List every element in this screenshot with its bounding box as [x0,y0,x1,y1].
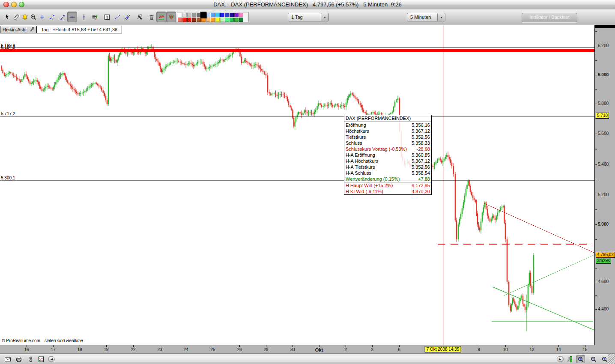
scroll-left-button[interactable]: ◀ [48,356,55,362]
color-swatch[interactable] [187,13,191,17]
color-swatch[interactable] [239,18,243,22]
color-palette [177,12,249,22]
time-axis-label: 3 [371,347,373,352]
price-axis[interactable]: 6.2006.0005.8005.6005.4005.2005.0004.600… [594,25,615,345]
color-swatch[interactable] [201,18,206,22]
tooltip-row: Wertveränderung (0,15%)+7,88 [344,176,431,182]
horizontal-scrollbar[interactable]: ◀ ▶ [48,356,564,362]
tool-line-button[interactable] [57,12,67,22]
color-swatch[interactable] [192,13,196,17]
zoom-out-icon [590,356,597,363]
time-tick [239,345,240,347]
tooltip-row-label: Tiefstkurs [346,134,366,140]
print-button[interactable] [15,355,23,363]
color-swatch[interactable] [215,18,220,22]
color-swatch[interactable] [234,18,239,22]
time-tick [27,345,27,347]
color-swatch[interactable] [211,13,215,17]
time-tick [53,345,54,347]
time-axis-label: 10 [503,347,508,352]
chevron-down-icon[interactable]: ▼ [437,13,445,21]
color-swatch[interactable] [178,18,182,22]
time-tick [505,345,506,347]
tooltip-row-label: H-A Höchstkurs [346,158,378,164]
color-swatch[interactable] [192,18,196,22]
price-tick [595,46,597,46]
price-tick [595,104,597,104]
scroll-right-button[interactable]: ▶ [557,356,563,362]
period-dropdown[interactable]: 1 Tag ▼ [288,13,329,21]
color-swatch[interactable] [197,18,201,22]
indicator-backtest-button[interactable]: Indikator / Backtest [522,13,577,22]
color-swatch[interactable] [206,18,210,22]
tool-pattern-channel-button[interactable] [156,12,166,22]
tooltip-row: H-A Schluss5.358,54 [344,170,431,176]
wrench-icon[interactable] [30,27,36,33]
time-axis-label: 17 [51,347,55,352]
color-swatch[interactable] [211,18,215,22]
color-swatch[interactable] [178,13,182,17]
link-button[interactable] [27,355,35,363]
resize-grip[interactable] [608,354,615,364]
price-axis-label: 5.800 [598,101,609,106]
tooltip-row: H-A Eröffnung5.360,85 [344,152,431,158]
color-swatch[interactable] [182,13,187,17]
tool-pattern-detect-button[interactable] [166,12,176,22]
tool-text-button[interactable] [102,12,112,22]
color-swatch[interactable] [187,18,191,22]
tooltip-row-value: +7,88 [418,176,430,182]
color-swatch[interactable] [225,13,229,17]
color-swatch[interactable] [215,13,220,17]
color-swatch[interactable] [234,13,239,17]
chart-area[interactable]: Heikin-Ashi Tag : +Hoch 4.815,63 +Tief 4… [0,25,594,346]
price-tick [595,149,597,149]
report-icon [38,356,45,363]
tooltip-row-value: -28,68 [417,146,430,152]
window-title: DAX – DAX (PERFORMANCEINDEX) 4.797,56 (+… [0,0,615,9]
tool-tools-button[interactable] [134,12,144,22]
color-swatch[interactable] [225,18,229,22]
color-swatch[interactable] [182,18,187,22]
color-swatch[interactable] [197,13,201,17]
tool-vertical-line-button[interactable] [79,12,89,22]
zoom-out-button[interactable] [589,355,598,363]
tooltip-row-value: 5.352,56 [412,134,430,140]
tool-polyline-button[interactable] [112,12,122,22]
color-swatch[interactable] [230,13,234,17]
alarm-icon [21,14,28,21]
settings-wrench-button[interactable] [565,355,574,363]
mail-icon [4,356,11,363]
tooltip-row: Höchstkurs5.367,12 [344,128,431,134]
time-tick [479,345,479,347]
tooltip-row-value: 5.360,85 [412,152,430,158]
settings-wrench-icon [566,356,573,363]
zoom-fit-button[interactable] [576,355,585,363]
chevron-down-icon[interactable]: ▼ [321,13,328,21]
price-tick [595,75,597,75]
color-swatch[interactable] [201,12,206,18]
price-tick [595,239,597,240]
tool-cross-point-button[interactable] [37,12,47,22]
color-swatch[interactable] [206,13,210,17]
price-tick [595,195,597,195]
color-swatch[interactable] [220,13,224,17]
mail-button[interactable] [3,355,12,363]
time-axis[interactable]: 1617181922232425262930Okt2369101314157 O… [0,345,615,354]
tool-trash-button[interactable] [146,12,156,22]
candlestick-plot[interactable] [0,25,594,346]
tool-segment-button[interactable] [47,12,57,22]
tool-horizontal-line-button[interactable] [67,12,77,22]
interval-dropdown-value: 5 Minuten [407,15,437,20]
interval-dropdown[interactable]: 5 Minuten ▼ [407,13,445,21]
color-swatch[interactable] [239,13,243,17]
tool-parallel-lines-button[interactable] [122,12,132,22]
color-swatch[interactable] [220,18,224,22]
report-button[interactable] [37,355,45,363]
color-swatch[interactable] [230,18,234,22]
zoom-in-button[interactable] [600,355,609,363]
cursor-icon [4,14,11,21]
tooltip-row-label: Schlusskurs Vortrag (-0,53%) [346,146,407,152]
tab-heikin-ashi[interactable]: Heikin-Ashi [0,26,37,33]
tool-fibonacci-button[interactable] [90,12,99,22]
pattern-detect-icon [168,14,175,21]
